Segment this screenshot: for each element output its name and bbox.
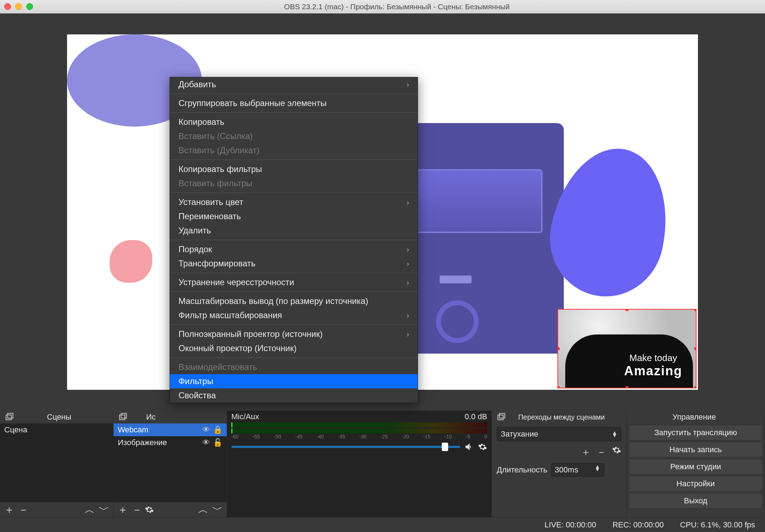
gear-icon[interactable] — [478, 442, 487, 451]
duration-value: 300ms — [555, 465, 578, 475]
menu-item-scale-output[interactable]: Масштабировать вывод (по размеру источни… — [170, 294, 418, 308]
add-icon[interactable]: ＋ — [581, 445, 591, 459]
titlebar: OBS 23.2.1 (mac) - Профиль: Безымянный -… — [0, 0, 765, 13]
chevron-right-icon: › — [407, 330, 409, 338]
sources-list[interactable]: Webcam 👁 🔒 Изображение 👁 🔓 — [114, 423, 227, 502]
transition-select[interactable]: Затухание ▲▼ — [497, 427, 621, 441]
menu-item-group[interactable]: Сгруппировать выбранные элементы — [170, 96, 418, 110]
add-icon[interactable]: ＋ — [3, 503, 16, 517]
vu-meter — [231, 422, 487, 427]
minimize-icon[interactable] — [15, 3, 22, 10]
menu-item-order[interactable]: Порядок› — [170, 242, 418, 256]
menu-item-deinterlace[interactable]: Устранение чересстрочности› — [170, 275, 418, 289]
zoom-icon[interactable] — [26, 3, 33, 10]
mixer-dock: Mic/Aux 0.0 dB -60-55-50-45-40-35-30-25-… — [227, 411, 492, 517]
webcam-person: Make today Amazing — [565, 334, 693, 388]
resize-handle[interactable] — [557, 347, 560, 350]
transition-value: Затухание — [501, 430, 538, 439]
lock-icon[interactable]: 🔓 — [213, 438, 222, 447]
duration-input[interactable]: 300ms ▲▼ — [551, 463, 604, 477]
menu-item-scale-filter[interactable]: Фильтр масштабирования› — [170, 308, 418, 322]
popout-icon[interactable] — [119, 413, 127, 421]
move-up-icon[interactable]: ︿ — [83, 503, 96, 517]
menu-item-transform[interactable]: Трансформировать› — [170, 256, 418, 271]
channel-db: 0.0 dB — [464, 412, 487, 421]
dock-header: Ис — [114, 411, 227, 423]
menu-separator — [170, 193, 418, 193]
speaker-icon[interactable] — [464, 442, 474, 452]
channel-name: Mic/Aux — [231, 412, 259, 421]
svg-rect-1 — [8, 414, 13, 419]
status-bar: LIVE: 00:00:00 REC: 00:00:00 CPU: 6.1%, … — [0, 517, 765, 532]
remove-icon[interactable]: － — [131, 503, 143, 517]
chevron-right-icon: › — [407, 81, 409, 89]
resize-handle[interactable] — [694, 309, 697, 311]
lock-icon[interactable]: 🔒 — [213, 425, 222, 434]
shirt-line2: Amazing — [624, 364, 682, 378]
resize-handle[interactable] — [694, 347, 697, 350]
menu-label: Добавить — [178, 79, 216, 89]
gear-icon[interactable] — [145, 505, 158, 514]
menu-item-rename[interactable]: Переименовать — [170, 209, 418, 223]
studio-mode-button[interactable]: Режим студии — [629, 459, 763, 475]
menu-item-window-projector[interactable]: Оконный проектор (Источник) — [170, 341, 418, 355]
popout-icon[interactable] — [497, 413, 505, 421]
menu-item-delete[interactable]: Удалить — [170, 223, 418, 238]
resize-handle[interactable] — [626, 386, 628, 388]
status-rec: REC: 00:00:00 — [612, 520, 664, 530]
menu-label: Свойства — [178, 390, 216, 400]
start-record-button[interactable]: Начать запись — [629, 442, 763, 458]
window-controls — [4, 3, 33, 10]
resize-handle[interactable] — [557, 386, 560, 388]
add-icon[interactable]: ＋ — [116, 503, 129, 517]
menu-item-copy-filters[interactable]: Копировать фильтры — [170, 162, 418, 176]
menu-separator — [170, 240, 418, 240]
slider-thumb[interactable] — [442, 443, 448, 451]
svg-rect-4 — [498, 415, 503, 420]
settings-button[interactable]: Настройки — [629, 476, 763, 492]
move-down-icon[interactable]: ﹀ — [98, 503, 110, 517]
start-stream-button[interactable]: Запустить трансляцию — [629, 425, 763, 440]
menu-item-add[interactable]: Добавить› — [170, 77, 418, 92]
transitions-dock: Переходы между сценами Затухание ▲▼ ＋ － … — [492, 411, 627, 517]
updown-icon[interactable]: ▲▼ — [612, 431, 617, 437]
move-up-icon[interactable]: ︿ — [197, 503, 210, 517]
menu-label: Устранение чересстрочности — [178, 277, 294, 287]
close-icon[interactable] — [4, 3, 11, 10]
menu-item-set-color[interactable]: Установить цвет› — [170, 195, 418, 209]
popout-icon[interactable] — [5, 413, 13, 421]
gear-icon[interactable] — [612, 445, 621, 459]
scene-item[interactable]: Сцена — [0, 423, 113, 436]
sources-toolbar: ＋ － ︿ ﹀ — [114, 502, 227, 517]
menu-label: Удалить — [178, 226, 211, 235]
menu-label: Фильтр масштабирования — [178, 310, 282, 320]
preview-area: Make today Amazing Добавить› Сгруппирова… — [0, 13, 765, 411]
menu-item-filters[interactable]: Фильтры — [170, 374, 418, 388]
controls-dock: Управление Запустить трансляцию Начать з… — [627, 411, 765, 517]
menu-label: Полноэкранный проектор (источник) — [178, 329, 323, 339]
menu-label: Установить цвет — [178, 197, 243, 207]
updown-icon[interactable]: ▲▼ — [595, 465, 600, 475]
app-body: Make today Amazing Добавить› Сгруппирова… — [0, 13, 765, 532]
eye-icon[interactable]: 👁 — [202, 425, 210, 434]
eye-icon[interactable]: 👁 — [202, 438, 210, 447]
menu-item-fullscreen-projector[interactable]: Полноэкранный проектор (источник)› — [170, 327, 418, 341]
menu-item-copy[interactable]: Копировать — [170, 115, 418, 129]
menu-label: Вставить (Ссылка) — [178, 131, 253, 141]
menu-label: Фильтры — [178, 376, 213, 386]
menu-label: Масштабировать вывод (по размеру источни… — [178, 296, 368, 306]
illustration-circle — [436, 300, 479, 343]
source-item[interactable]: Webcam 👁 🔒 — [114, 423, 227, 436]
move-down-icon[interactable]: ﹀ — [211, 503, 224, 517]
remove-icon[interactable]: － — [596, 445, 606, 459]
source-item[interactable]: Изображение 👁 🔓 — [114, 436, 227, 449]
menu-item-paste-dup: Вставить (Дубликат) — [170, 143, 418, 157]
volume-slider[interactable] — [231, 446, 460, 448]
menu-item-properties[interactable]: Свойства — [170, 388, 418, 403]
resize-handle[interactable] — [626, 309, 628, 311]
chevron-right-icon: › — [407, 198, 409, 206]
remove-icon[interactable]: － — [17, 503, 30, 517]
exit-button[interactable]: Выход — [629, 493, 763, 509]
webcam-source[interactable]: Make today Amazing — [557, 309, 697, 388]
scenes-list[interactable]: Сцена — [0, 423, 113, 502]
